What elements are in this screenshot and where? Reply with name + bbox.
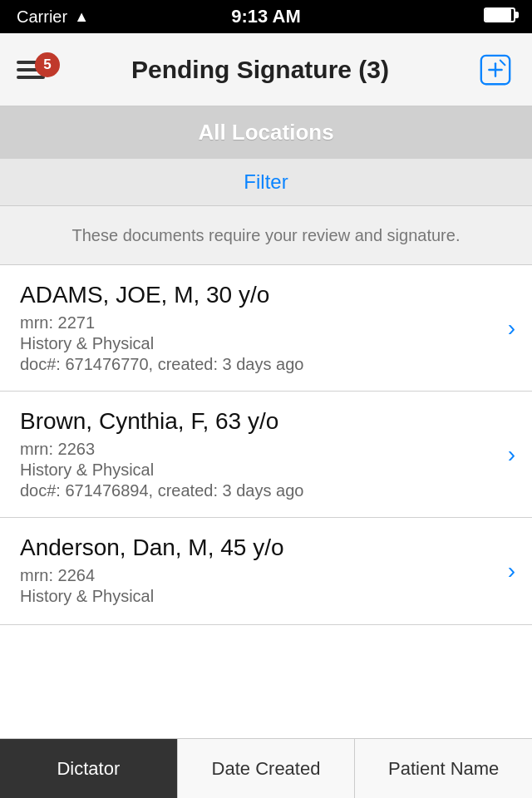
tab-patient-name-label: Patient Name bbox=[388, 758, 499, 780]
compose-button[interactable] bbox=[475, 50, 515, 90]
bottom-tab-bar: Dictator Date Created Patient Name bbox=[0, 738, 532, 798]
patient-item-anderson[interactable]: Anderson, Dan, M, 45 y/o mrn: 2264 Histo… bbox=[0, 518, 532, 625]
wifi-icon: ▲ bbox=[74, 8, 89, 26]
status-bar: Carrier ▲ 9:13 AM bbox=[0, 0, 532, 33]
menu-button[interactable]: 5 bbox=[17, 61, 45, 79]
description-section: These documents require your review and … bbox=[0, 206, 532, 265]
tab-patient-name[interactable]: Patient Name bbox=[355, 739, 532, 798]
patient-mrn: mrn: 2264 bbox=[20, 566, 500, 585]
tab-date-created-label: Date Created bbox=[212, 758, 321, 780]
patient-mrn: mrn: 2271 bbox=[20, 313, 500, 332]
patient-name: Anderson, Dan, M, 45 y/o bbox=[20, 534, 500, 561]
chevron-right-icon: › bbox=[508, 315, 515, 342]
filter-button[interactable]: Filter bbox=[244, 170, 288, 193]
patient-item-adams[interactable]: ADAMS, JOE, M, 30 y/o mrn: 2271 History … bbox=[0, 265, 532, 392]
svg-line-3 bbox=[500, 60, 505, 65]
tab-date-created[interactable]: Date Created bbox=[178, 739, 356, 798]
patient-list: ADAMS, JOE, M, 30 y/o mrn: 2271 History … bbox=[0, 265, 532, 625]
patient-name: Brown, Cynthia, F, 63 y/o bbox=[20, 408, 500, 435]
page-title: Pending Signature (3) bbox=[131, 56, 389, 84]
patient-doc-info: doc#: 671476894, created: 3 days ago bbox=[20, 481, 500, 500]
chevron-right-icon: › bbox=[508, 558, 515, 584]
patient-item-brown[interactable]: Brown, Cynthia, F, 63 y/o mrn: 2263 Hist… bbox=[0, 392, 532, 518]
notification-badge: 5 bbox=[35, 52, 60, 77]
patient-info-anderson: Anderson, Dan, M, 45 y/o mrn: 2264 Histo… bbox=[20, 534, 500, 608]
chevron-right-icon: › bbox=[508, 441, 515, 468]
nav-bar: 5 Pending Signature (3) bbox=[0, 33, 532, 106]
carrier-label: Carrier ▲ bbox=[17, 7, 89, 27]
tab-dictator[interactable]: Dictator bbox=[0, 739, 178, 798]
patient-info-adams: ADAMS, JOE, M, 30 y/o mrn: 2271 History … bbox=[20, 282, 500, 374]
patient-mrn: mrn: 2263 bbox=[20, 440, 500, 459]
patient-doc-type: History & Physical bbox=[20, 461, 500, 480]
patient-doc-type: History & Physical bbox=[20, 334, 500, 353]
location-label: All Locations bbox=[198, 120, 333, 145]
filter-bar[interactable]: Filter bbox=[0, 159, 532, 206]
patient-name: ADAMS, JOE, M, 30 y/o bbox=[20, 282, 500, 308]
tab-dictator-label: Dictator bbox=[57, 758, 120, 780]
patient-doc-info: doc#: 671476770, created: 3 days ago bbox=[20, 355, 500, 374]
location-bar: All Locations bbox=[0, 106, 532, 159]
time-display: 9:13 AM bbox=[231, 6, 301, 27]
patient-info-brown: Brown, Cynthia, F, 63 y/o mrn: 2263 Hist… bbox=[20, 408, 500, 500]
patient-doc-type: History & Physical bbox=[20, 587, 500, 606]
description-text: These documents require your review and … bbox=[72, 226, 461, 244]
battery-indicator bbox=[484, 6, 515, 27]
